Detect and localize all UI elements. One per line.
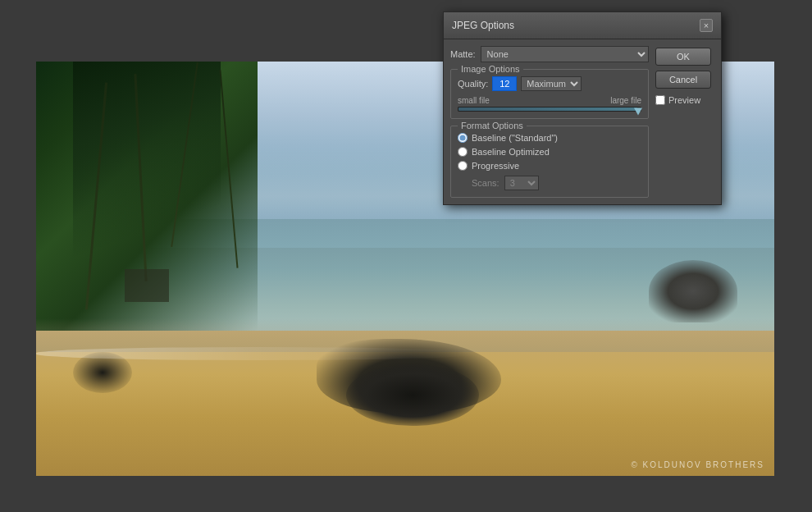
preview-checkbox[interactable]	[655, 95, 665, 105]
dialog-close-button[interactable]: ×	[700, 19, 713, 32]
matte-select[interactable]: None White Black Background Foreground	[481, 46, 649, 62]
dialog-titlebar: JPEG Options ×	[444, 12, 721, 39]
preview-label[interactable]: Preview	[668, 95, 700, 105]
slider-labels: small file large file	[458, 96, 641, 105]
jpeg-options-dialog: JPEG Options × Matte: None White Black B…	[443, 11, 722, 205]
image-options-label: Image Options	[458, 64, 523, 74]
slider-large-label: large file	[610, 96, 641, 105]
baseline-optimized-row[interactable]: Baseline Optimized	[458, 147, 641, 157]
format-options-group: Format Options Baseline ("Standard") Bas…	[450, 126, 649, 198]
baseline-optimized-radio[interactable]	[458, 147, 468, 157]
scans-row: Scans: 2 3 4 5	[458, 176, 641, 190]
scans-label: Scans:	[472, 178, 500, 188]
ok-button[interactable]: OK	[655, 48, 711, 66]
baseline-standard-radio[interactable]	[458, 133, 468, 143]
quality-row: Quality: Maximum High Medium Low	[458, 76, 641, 91]
dialog-body: Matte: None White Black Background Foreg…	[444, 39, 721, 204]
slider-small-label: small file	[458, 96, 490, 105]
quality-input[interactable]	[492, 76, 517, 91]
baseline-optimized-label[interactable]: Baseline Optimized	[472, 147, 550, 157]
dialog-left-panel: Matte: None White Black Background Foreg…	[450, 46, 649, 198]
format-options-label: Format Options	[458, 121, 527, 130]
progressive-radio[interactable]	[458, 161, 468, 171]
baseline-standard-row[interactable]: Baseline ("Standard")	[458, 133, 641, 143]
scans-select[interactable]: 2 3 4 5	[504, 176, 539, 190]
slider-fill	[458, 107, 637, 111]
matte-label: Matte:	[450, 49, 476, 59]
dialog-right-panel: OK Cancel Preview	[655, 46, 714, 198]
progressive-row[interactable]: Progressive	[458, 161, 641, 171]
quality-preset-select[interactable]: Maximum High Medium Low	[521, 76, 582, 91]
dialog-title: JPEG Options	[452, 20, 514, 31]
matte-row: Matte: None White Black Background Foreg…	[450, 46, 649, 62]
cancel-button[interactable]: Cancel	[655, 71, 711, 89]
quality-label: Quality:	[458, 79, 488, 89]
quality-slider-track[interactable]	[458, 107, 641, 112]
preview-row[interactable]: Preview	[655, 95, 714, 105]
baseline-standard-label[interactable]: Baseline ("Standard")	[472, 133, 558, 143]
progressive-label[interactable]: Progressive	[472, 161, 519, 171]
image-options-group: Image Options Quality: Maximum High Medi…	[450, 69, 649, 119]
slider-thumb[interactable]	[634, 108, 642, 116]
quality-slider-container: small file large file	[458, 96, 641, 112]
copyright-text: © KOLDUNOV BROTHERS	[631, 460, 764, 469]
